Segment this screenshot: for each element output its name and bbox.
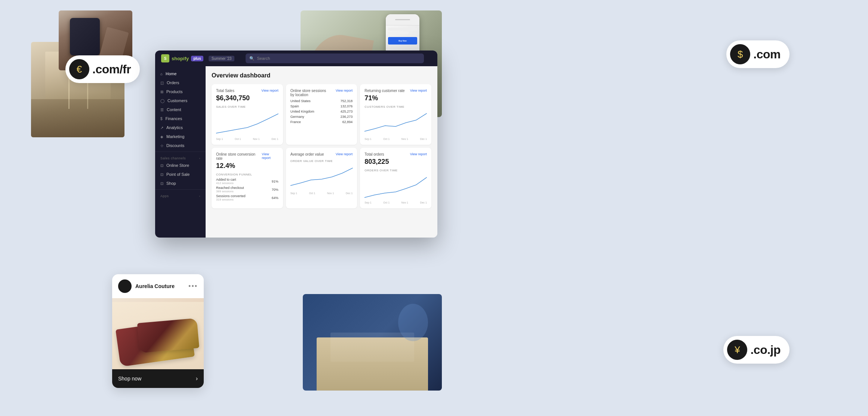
sidebar-item-orders[interactable]: ◫ Orders: [155, 78, 206, 87]
online-sessions-card: Online store sessionsby location View re…: [286, 84, 357, 145]
sidebar-item-discounts[interactable]: ⊹ Discounts: [155, 141, 206, 150]
sidebar-marketing-label: Marketing: [166, 134, 184, 139]
total-orders-chart-label: ORDERS OVER TIME: [364, 169, 427, 172]
store-card-product-image: [112, 298, 204, 369]
returning-customer-label: Returning customer rate: [364, 89, 404, 93]
metrics-row-1: Total Sales View report $6,340,750 SALES…: [212, 84, 431, 145]
sidebar-item-online-store[interactable]: ⊡ Online Store: [155, 161, 206, 170]
total-orders-card: Total orders View report 803,225 ORDERS …: [360, 148, 431, 208]
sidebar-divider-1: [155, 152, 206, 152]
conversion-rate-link[interactable]: View report: [262, 152, 278, 160]
online-sessions-label: Online store sessionsby location: [290, 89, 326, 97]
average-order-chart: [290, 165, 353, 191]
sidebar-shop-label: Shop: [166, 181, 176, 186]
dashboard-title: Overview dashboard: [212, 72, 431, 79]
average-order-chart-label: ORDER VALUE OVER TIME: [290, 159, 353, 163]
conversion-rate-card: Online store conversion rate View report…: [212, 148, 283, 208]
customers-icon: ◯: [160, 99, 164, 103]
apps-arrow-icon: ›: [199, 195, 200, 198]
sidebar-item-home[interactable]: ⌂ Home: [155, 69, 206, 78]
admin-body: ⌂ Home ◫ Orders ⊞ Products ◯ Customers ☰…: [155, 66, 437, 238]
store-card: Aurelia Couture ••• Shop now ›: [112, 274, 204, 388]
sidebar-item-pos[interactable]: ⊡ Point of Sale: [155, 170, 206, 179]
admin-titlebar: S shopify plus Summer '23 🔍 Search: [155, 51, 437, 66]
average-order-label: Average order value: [290, 152, 324, 156]
admin-window: S shopify plus Summer '23 🔍 Search ⌂ Hom…: [155, 51, 437, 238]
sidebar-content-label: Content: [167, 107, 181, 112]
average-order-link[interactable]: View report: [336, 152, 353, 156]
photo-delivery: [303, 294, 442, 391]
yen-symbol-circle: ¥: [727, 340, 747, 360]
total-sales-card: Total Sales View report $6,340,750 SALES…: [212, 84, 283, 145]
online-sessions-link[interactable]: View report: [336, 89, 353, 92]
sidebar-item-marketing[interactable]: ◈ Marketing: [155, 132, 206, 141]
returning-customer-value: 71%: [364, 94, 427, 102]
sidebar-item-shop[interactable]: ⊡ Shop: [155, 179, 206, 188]
products-icon: ⊞: [160, 90, 163, 94]
total-sales-link[interactable]: View report: [261, 89, 278, 92]
funnel-item-converted: Sessions converted 319 sessions 64%: [216, 194, 278, 201]
sidebar-item-content[interactable]: ☰ Content: [155, 105, 206, 114]
average-order-card: Average order value View report ORDER VA…: [286, 148, 357, 208]
apps-label: Apps: [160, 194, 169, 198]
sidebar-orders-label: Orders: [167, 80, 179, 85]
euro-domain-text: .com/fr: [92, 62, 131, 76]
location-item-uk: United Kingdom 425,273: [290, 109, 353, 114]
sidebar-item-finances[interactable]: $ Finances: [155, 114, 206, 123]
finances-icon: $: [160, 117, 163, 121]
online-store-icon: ⊡: [160, 163, 163, 168]
total-orders-chart-x-labels: Sep 1 Oct 1 Nov 1 Dec 1: [364, 201, 427, 204]
total-sales-chart: [216, 111, 278, 137]
sidebar-section-apps: Apps ›: [155, 191, 206, 199]
dollar-domain-text: .com: [753, 48, 781, 61]
store-card-footer[interactable]: Shop now ›: [112, 369, 204, 388]
sidebar-home-label: Home: [166, 71, 176, 76]
total-sales-chart-x-labels: Sep 1 Oct 1 Nov 1 Dec 1: [216, 138, 278, 140]
sales-channels-arrow-icon: ›: [199, 157, 200, 160]
sidebar-customers-label: Customers: [167, 98, 187, 103]
returning-customer-chart-x-labels: Sep 1 Oct 1 Nov 1 Dec 1: [364, 138, 427, 140]
shop-now-label: Shop now: [118, 376, 141, 382]
search-bar[interactable]: 🔍 Search: [246, 53, 424, 63]
total-orders-label: Total orders: [364, 152, 384, 156]
location-list: United States 752,318 Spain 132,076 Unit…: [290, 98, 353, 125]
marketing-icon: ◈: [160, 135, 163, 139]
admin-main: Overview dashboard Total Sales View repo…: [206, 66, 437, 238]
orders-icon: ◫: [160, 81, 164, 85]
sidebar-pos-label: Point of Sale: [166, 172, 190, 177]
content-icon: ☰: [160, 108, 164, 112]
admin-sidebar: ⌂ Home ◫ Orders ⊞ Products ◯ Customers ☰…: [155, 66, 206, 238]
returning-customer-link[interactable]: View report: [410, 89, 427, 92]
location-item-france: France 62,894: [290, 119, 353, 125]
funnel-item-checkout: Reached checkout 389 sessions 70%: [216, 186, 278, 193]
store-card-menu-icon[interactable]: •••: [188, 282, 198, 290]
yen-domain-text: .co.jp: [750, 343, 781, 357]
total-sales-label: Total Sales: [216, 89, 234, 93]
sidebar-online-store-label: Online Store: [166, 163, 189, 168]
conversion-rate-label: Online store conversion rate: [216, 152, 262, 160]
returning-customer-chart: [364, 111, 427, 137]
currency-badge-euro: € .com/fr: [65, 55, 140, 83]
analytics-icon: ↗: [160, 126, 163, 130]
total-sales-value: $6,340,750: [216, 94, 278, 102]
currency-badge-yen: ¥ .co.jp: [723, 336, 789, 364]
sidebar-analytics-label: Analytics: [166, 125, 183, 130]
store-card-avatar: [118, 279, 132, 293]
total-sales-chart-label: SALES OVER TIME: [216, 105, 278, 108]
returning-customer-chart-label: CUSTOMERS OVER TIME: [364, 105, 427, 108]
dollar-symbol-circle: $: [730, 44, 750, 64]
sidebar-item-customers[interactable]: ◯ Customers: [155, 96, 206, 105]
shop-now-arrow-icon: ›: [196, 375, 198, 382]
sidebar-item-products[interactable]: ⊞ Products: [155, 87, 206, 96]
sidebar-discounts-label: Discounts: [166, 143, 184, 148]
sidebar-item-analytics[interactable]: ↗ Analytics: [155, 123, 206, 132]
funnel-title: CONVERSION FUNNEL: [216, 173, 278, 176]
returning-customer-card: Returning customer rate View report 71% …: [360, 84, 431, 145]
total-orders-chart: [364, 174, 427, 201]
search-icon: 🔍: [249, 56, 255, 61]
location-item-us: United States 752,318: [290, 98, 353, 104]
shopify-bag-icon: S: [161, 54, 169, 62]
total-orders-link[interactable]: View report: [410, 152, 427, 156]
conversion-rate-value: 12.4%: [216, 162, 278, 170]
funnel-item-cart: Added to cart 412 sessions 91%: [216, 178, 278, 185]
